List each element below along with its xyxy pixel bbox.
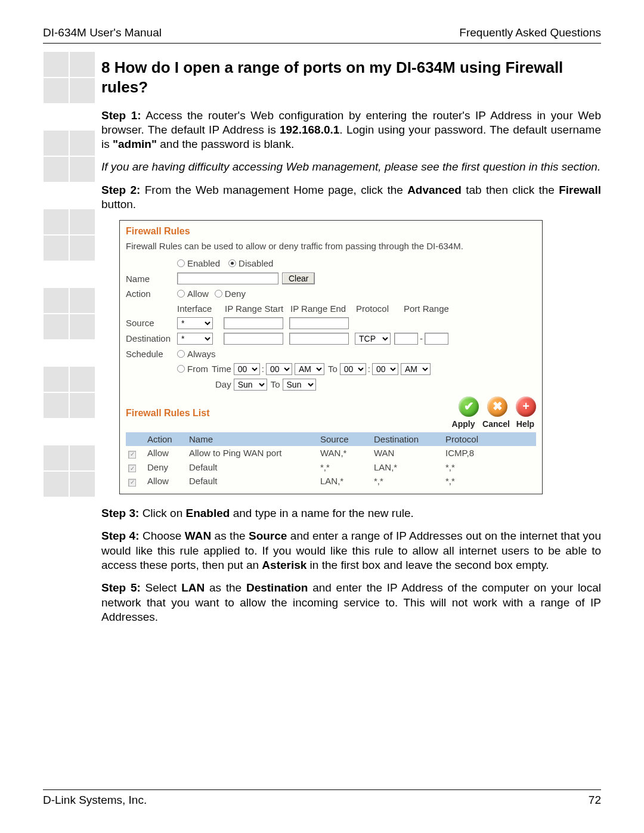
step3-label: Step 3: <box>101 507 139 519</box>
destination-label: Destination <box>126 333 177 344</box>
source-ipstart-input[interactable] <box>224 317 283 329</box>
cancel-icon[interactable]: ✖ <box>487 397 507 417</box>
schedule-label: Schedule <box>126 348 177 360</box>
row-checkbox[interactable]: ✓ <box>128 479 136 487</box>
help-label: Help <box>515 419 536 430</box>
table-row: ✓AllowAllow to Ping WAN portWAN,*WANICMP… <box>126 446 536 460</box>
dest-ipstart-input[interactable] <box>224 333 283 345</box>
step2-paragraph: Step 2: From the Web management Home pag… <box>101 183 601 212</box>
disabled-radio[interactable] <box>228 259 236 267</box>
source-ipend-input[interactable] <box>289 317 349 329</box>
page-title: 8 How do I open a range of ports on my D… <box>101 58 601 98</box>
source-interface-select[interactable]: * <box>177 317 213 329</box>
protocol-select[interactable]: TCP <box>355 333 391 345</box>
cancel-label: Cancel <box>481 419 511 430</box>
to-min-select[interactable]: 00 <box>372 363 398 375</box>
from-ampm-select[interactable]: AM <box>295 363 324 375</box>
apply-icon[interactable]: ✔ <box>459 397 479 417</box>
row-checkbox[interactable]: ✓ <box>128 451 136 459</box>
step4-paragraph: Step 4: Choose WAN as the Source and ent… <box>101 529 601 572</box>
day-label: Day <box>215 379 231 390</box>
clear-button[interactable]: Clear <box>282 272 315 284</box>
port-start-input[interactable] <box>394 333 418 345</box>
help-icon[interactable]: + <box>516 397 536 417</box>
to-hour-select[interactable]: 00 <box>340 363 366 375</box>
note-paragraph: If you are having difficulty accessing W… <box>101 160 601 174</box>
allow-label: Allow <box>187 288 209 299</box>
enabled-label: Enabled <box>187 258 220 269</box>
to-label-2: To <box>271 379 280 390</box>
step5-paragraph: Step 5: Select LAN as the Destination an… <box>101 581 601 624</box>
allow-radio[interactable] <box>177 290 185 298</box>
header-right: Frequently Asked Questions <box>459 26 601 39</box>
dest-ipend-input[interactable] <box>289 333 349 345</box>
step1-label: Step 1: <box>101 109 141 122</box>
day-from-select[interactable]: Sun <box>234 379 267 391</box>
deny-label: Deny <box>225 288 246 299</box>
source-label: Source <box>126 317 177 329</box>
table-row: ✓AllowDefaultLAN,**,**,* <box>126 474 536 488</box>
from-label: From <box>187 363 208 374</box>
action-label: Action <box>126 288 177 299</box>
footer-left: D-Link Systems, Inc. <box>43 794 147 807</box>
always-radio[interactable] <box>177 350 185 358</box>
port-end-input[interactable] <box>425 333 448 345</box>
name-input[interactable] <box>177 272 278 284</box>
from-radio[interactable] <box>177 365 185 373</box>
column-headers: Interface IP Range Start IP Range End Pr… <box>177 303 536 314</box>
step5-label: Step 5: <box>101 581 141 594</box>
day-to-select[interactable]: Sun <box>283 379 316 391</box>
footer-right: 72 <box>589 794 601 807</box>
enabled-radio[interactable] <box>177 259 185 267</box>
step3-paragraph: Step 3: Click on Enabled and type in a n… <box>101 506 601 521</box>
firewall-rules-title: Firewall Rules <box>126 225 536 237</box>
to-ampm-select[interactable]: AM <box>401 363 431 375</box>
deny-radio[interactable] <box>215 290 222 298</box>
time-label: Time <box>212 363 231 374</box>
from-hour-select[interactable]: 00 <box>234 363 260 375</box>
dest-interface-select[interactable]: * <box>177 333 213 345</box>
from-min-select[interactable]: 00 <box>266 363 292 375</box>
always-label: Always <box>187 348 216 360</box>
header-left: DI-634M User's Manual <box>43 26 162 39</box>
step2-label: Step 2: <box>101 184 140 196</box>
row-checkbox[interactable]: ✓ <box>128 465 136 472</box>
page-footer: D-Link Systems, Inc. 72 <box>43 789 601 807</box>
apply-label: Apply <box>449 419 478 430</box>
step4-label: Step 4: <box>101 529 140 542</box>
firewall-screenshot: Firewall Rules Firewall Rules can be use… <box>119 220 543 494</box>
list-header-row: Action Name Source Destination Protocol <box>126 432 536 446</box>
table-row: ✓DenyDefault*,*LAN,**,* <box>126 460 536 474</box>
disabled-label: Disabled <box>239 258 273 269</box>
to-label-1: To <box>328 363 338 374</box>
port-dash: - <box>418 333 425 344</box>
page-header: DI-634M User's Manual Frequently Asked Q… <box>43 26 601 44</box>
name-label: Name <box>126 273 177 284</box>
step1-paragraph: Step 1: Access the router's Web configur… <box>101 109 601 152</box>
firewall-rules-desc: Firewall Rules can be used to allow or d… <box>126 240 536 252</box>
